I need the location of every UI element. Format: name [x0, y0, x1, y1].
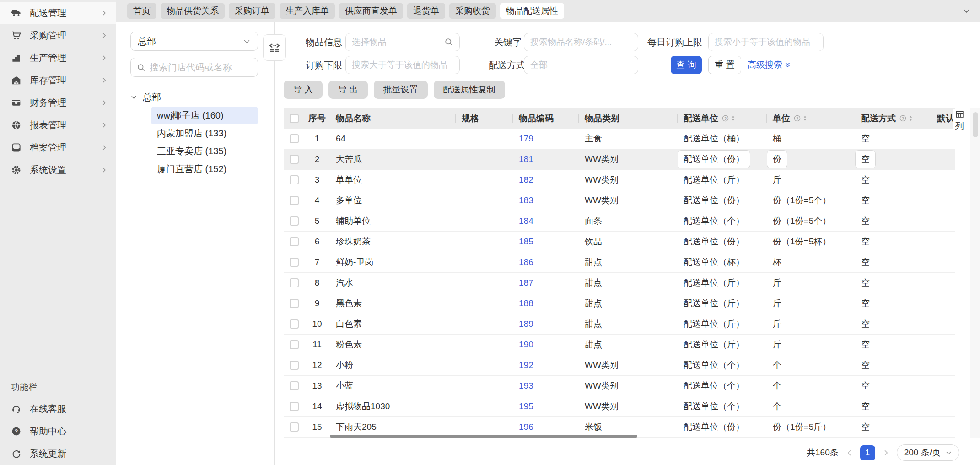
- page-size-select[interactable]: 200 条/页: [897, 444, 959, 461]
- sort-icon[interactable]: [730, 115, 737, 122]
- tab[interactable]: 物品供货关系: [161, 3, 225, 19]
- cell-item-code-link[interactable]: 188: [512, 293, 578, 314]
- org-select[interactable]: 总部: [130, 32, 258, 51]
- sidebar-item[interactable]: 系统设置: [0, 159, 116, 181]
- row-checkbox[interactable]: [290, 196, 299, 205]
- cell-item-code-link[interactable]: 184: [512, 211, 578, 231]
- sidebar-footer-item[interactable]: 在线客服: [0, 398, 116, 420]
- question-circle-icon[interactable]: ?: [793, 114, 801, 122]
- store-search-input[interactable]: [150, 62, 252, 73]
- row-checkbox[interactable]: [290, 134, 299, 143]
- sidebar-item[interactable]: 档案管理: [0, 136, 116, 159]
- header-default[interactable]: 默认: [931, 108, 955, 129]
- cell-delivery-unit: 配送单位（斤）: [677, 273, 766, 293]
- cell-item-code-link[interactable]: 179: [512, 129, 578, 149]
- question-circle-icon[interactable]: ?: [722, 114, 729, 122]
- row-checkbox[interactable]: [290, 278, 299, 287]
- sidebar-item[interactable]: 配送管理: [0, 2, 116, 24]
- chevron-left-icon[interactable]: [845, 449, 853, 457]
- header-delivery-method[interactable]: 配送方式 ?: [855, 108, 931, 129]
- order-min-input[interactable]: [352, 60, 453, 70]
- item-info-field: [345, 33, 460, 51]
- tree-root-node[interactable]: 总部: [130, 88, 258, 106]
- row-checkbox[interactable]: [290, 237, 299, 246]
- tab-overflow-button[interactable]: [959, 4, 974, 18]
- horizontal-scrollbar-thumb[interactable]: [330, 435, 637, 438]
- export-button[interactable]: 导 出: [328, 81, 367, 99]
- cell-item-code-link[interactable]: 189: [512, 314, 578, 334]
- row-checkbox[interactable]: [290, 422, 299, 432]
- batch-set-button[interactable]: 批量设置: [374, 81, 428, 99]
- tree-store-node[interactable]: 厦门直营店 (152): [151, 160, 258, 178]
- advanced-search-link[interactable]: 高级搜索: [748, 56, 791, 74]
- sidebar-item[interactable]: 库存管理: [0, 69, 116, 92]
- question-circle-icon[interactable]: ?: [899, 114, 907, 122]
- sort-icon[interactable]: [907, 115, 914, 122]
- cell-item-code-link[interactable]: 192: [512, 355, 578, 375]
- tree-store-node[interactable]: 内蒙加盟店 (133): [151, 124, 258, 142]
- daily-max-input[interactable]: [715, 37, 817, 47]
- panel-collapse-handle[interactable]: [263, 34, 286, 61]
- copy-delivery-attr-button[interactable]: 配送属性复制: [434, 81, 505, 99]
- row-checkbox[interactable]: [290, 258, 299, 267]
- tab[interactable]: 供应商直发单: [339, 3, 403, 19]
- cell-delivery-method: 空: [855, 293, 931, 314]
- column-settings-button[interactable]: 列: [953, 109, 966, 132]
- import-button[interactable]: 导 入: [284, 81, 323, 99]
- tab[interactable]: 采购订单: [229, 3, 275, 19]
- row-checkbox[interactable]: [290, 175, 299, 184]
- row-checkbox[interactable]: [290, 402, 299, 411]
- sidebar-item[interactable]: 生产管理: [0, 47, 116, 69]
- tree-store-node[interactable]: 三亚专卖店 (135): [151, 142, 258, 160]
- keyword-input[interactable]: [530, 37, 632, 47]
- chevron-right-icon[interactable]: [882, 449, 890, 457]
- header-item-code[interactable]: 物品编码: [512, 108, 578, 129]
- cell-item-code-link[interactable]: 186: [512, 252, 578, 272]
- row-checkbox[interactable]: [290, 216, 299, 226]
- tree-store-label: 内蒙加盟店 (133): [157, 127, 226, 140]
- cell-item-code-link[interactable]: 185: [512, 232, 578, 252]
- item-info-input[interactable]: [352, 37, 441, 47]
- cell-item-code-link[interactable]: 182: [512, 170, 578, 190]
- cell-item-code-link[interactable]: 195: [512, 396, 578, 416]
- cell-item-code-link[interactable]: 187: [512, 273, 578, 293]
- search-button[interactable]: 查 询: [671, 56, 702, 74]
- header-unit[interactable]: 单位 ?: [766, 108, 855, 129]
- tab[interactable]: 生产入库单: [280, 3, 335, 19]
- tree-store-node[interactable]: wwj椰子店 (160): [151, 107, 258, 124]
- row-checkbox[interactable]: [290, 319, 299, 329]
- row-checkbox[interactable]: [290, 361, 299, 370]
- vertical-scrollbar[interactable]: [970, 108, 980, 438]
- cell-item-code-link[interactable]: 190: [512, 335, 578, 355]
- sidebar-item[interactable]: 财务管理: [0, 92, 116, 114]
- search-icon[interactable]: [444, 38, 453, 47]
- tab[interactable]: 采购收货: [449, 3, 496, 19]
- row-checkbox[interactable]: [290, 381, 299, 390]
- cell-item-code-link[interactable]: 196: [512, 417, 578, 437]
- header-seq[interactable]: 序号: [305, 108, 329, 129]
- vertical-scrollbar-thumb[interactable]: [973, 112, 978, 137]
- sidebar-item[interactable]: 报表管理: [0, 114, 116, 136]
- row-checkbox[interactable]: [290, 155, 299, 164]
- header-delivery-unit[interactable]: 配送单位 ?: [677, 108, 766, 129]
- current-page-button[interactable]: 1: [860, 445, 875, 460]
- cell-item-code-link[interactable]: 193: [512, 376, 578, 396]
- sidebar-footer-item[interactable]: ? 帮助中心: [0, 420, 116, 443]
- delivery-method-select[interactable]: [530, 60, 632, 70]
- cell-item-code-link[interactable]: 183: [512, 190, 578, 211]
- row-checkbox[interactable]: [290, 299, 299, 308]
- tab[interactable]: 首页: [127, 3, 156, 19]
- cell-item-code-link[interactable]: 181: [512, 149, 578, 169]
- reset-button[interactable]: 重 置: [708, 56, 741, 74]
- header-category[interactable]: 物品类别: [578, 108, 677, 129]
- cell-delivery-unit: 配送单位（个）: [677, 355, 766, 375]
- select-all-checkbox[interactable]: [290, 114, 299, 123]
- row-checkbox[interactable]: [290, 340, 299, 349]
- header-item-name[interactable]: 物品名称: [329, 108, 455, 129]
- sidebar-footer-item[interactable]: 系统更新 新: [0, 443, 116, 465]
- tab[interactable]: 退货单: [407, 3, 445, 19]
- sort-icon[interactable]: [802, 115, 808, 122]
- tab[interactable]: 物品配送属性: [500, 3, 564, 19]
- header-spec[interactable]: 规格: [455, 108, 512, 129]
- sidebar-item[interactable]: 采购管理: [0, 24, 116, 47]
